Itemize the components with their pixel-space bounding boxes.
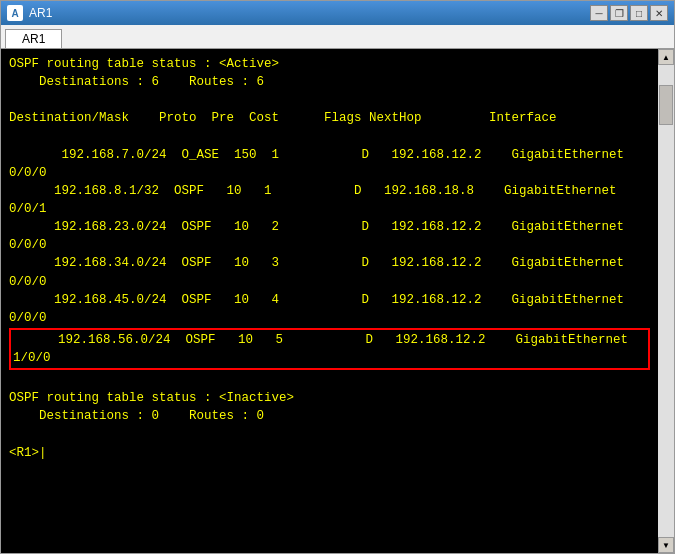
route-6a: 192.168.56.0/24 OSPF 10 5 D 192.168.12.2…: [13, 331, 646, 349]
route-5b: 0/0/0: [9, 309, 650, 327]
line-2: Destinations : 6 Routes : 6: [9, 73, 650, 91]
line-inactive-counts: Destinations : 0 Routes : 0: [9, 407, 650, 425]
scroll-down-button[interactable]: ▼: [658, 537, 674, 553]
scrollbar-thumb[interactable]: [659, 85, 673, 125]
route-1b: 0/0/0: [9, 164, 650, 182]
tab-ar1[interactable]: AR1: [5, 29, 62, 48]
line-spacer2: [9, 371, 650, 389]
route-4a: 192.168.34.0/24 OSPF 10 3 D 192.168.12.2…: [9, 254, 650, 272]
title-bar-buttons: ─ ❐ □ ✕: [590, 5, 668, 21]
app-icon: A: [7, 5, 23, 21]
route-6b: 1/0/0: [13, 349, 646, 367]
scroll-up-button[interactable]: ▲: [658, 49, 674, 65]
minimize-button[interactable]: ─: [590, 5, 608, 21]
tab-bar: AR1: [1, 25, 674, 49]
line-spacer1: [9, 128, 650, 146]
route-2a: 192.168.8.1/32 OSPF 10 1 D 192.168.18.8 …: [9, 182, 650, 200]
header-line: Destination/Mask Proto Pre Cost Flags Ne…: [9, 109, 650, 127]
route-4b: 0/0/0: [9, 273, 650, 291]
restore-button[interactable]: ❐: [610, 5, 628, 21]
scrollbar: ▲ ▼: [658, 49, 674, 553]
route-5a: 192.168.45.0/24 OSPF 10 4 D 192.168.12.2…: [9, 291, 650, 309]
route-3b: 0/0/0: [9, 236, 650, 254]
main-window: A AR1 ─ ❐ □ ✕ AR1 OSPF routing table sta…: [0, 0, 675, 554]
highlighted-route-block: 192.168.56.0/24 OSPF 10 5 D 192.168.12.2…: [9, 328, 650, 370]
scrollbar-track[interactable]: [658, 65, 674, 537]
window-title: AR1: [29, 6, 52, 20]
line-spacer3: [9, 426, 650, 444]
title-bar-left: A AR1: [7, 5, 52, 21]
close-button[interactable]: ✕: [650, 5, 668, 21]
line-3: [9, 91, 650, 109]
line-inactive: OSPF routing table status : <Inactive>: [9, 389, 650, 407]
terminal-area: OSPF routing table status : <Active> Des…: [1, 49, 674, 553]
terminal-content[interactable]: OSPF routing table status : <Active> Des…: [1, 49, 658, 553]
route-1a: 192.168.7.0/24 O_ASE 150 1 D 192.168.12.…: [9, 146, 650, 164]
title-bar: A AR1 ─ ❐ □ ✕: [1, 1, 674, 25]
line-1: OSPF routing table status : <Active>: [9, 55, 650, 73]
route-3a: 192.168.23.0/24 OSPF 10 2 D 192.168.12.2…: [9, 218, 650, 236]
route-2b: 0/0/1: [9, 200, 650, 218]
prompt-line: <R1>|: [9, 444, 650, 462]
maximize-button[interactable]: □: [630, 5, 648, 21]
